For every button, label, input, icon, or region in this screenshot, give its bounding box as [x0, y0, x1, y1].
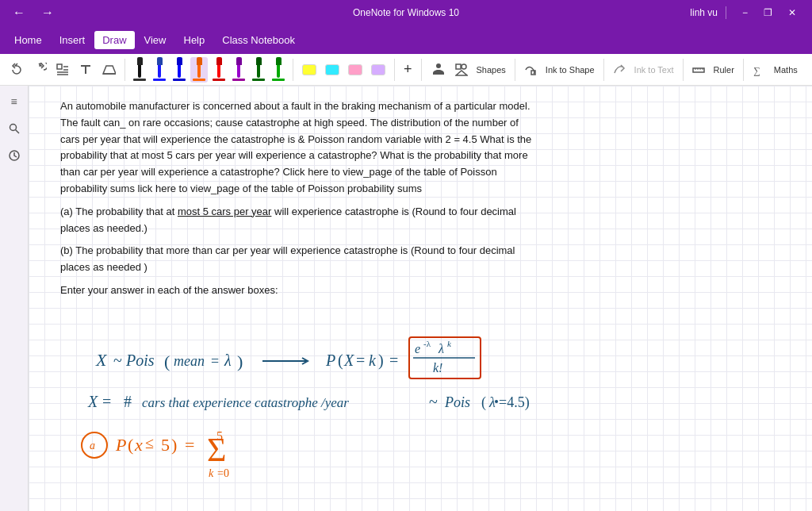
- menu-help[interactable]: Help: [176, 31, 213, 49]
- highlighter-pink[interactable]: [345, 57, 366, 83]
- part-a-underline: most 5 cars per year: [178, 206, 272, 217]
- titlebar-right: linh vu − ❐ ✕: [690, 0, 804, 25]
- svg-text:P: P: [115, 435, 126, 455]
- svg-text:λ: λ: [488, 394, 496, 410]
- window-controls: − ❐ ✕: [734, 0, 804, 25]
- ink-to-text-button[interactable]: [610, 60, 629, 79]
- sidebar-menu-icon[interactable]: ≡: [5, 92, 24, 111]
- svg-point-4: [462, 64, 466, 69]
- sep3: [394, 59, 395, 81]
- sidebar-recent-icon[interactable]: [5, 146, 24, 165]
- svg-line-14: [15, 130, 19, 134]
- svg-text:X: X: [87, 393, 98, 410]
- highlighter-purple[interactable]: [368, 57, 389, 83]
- canvas-area[interactable]: An automobile manufacturer is concerned …: [29, 86, 812, 511]
- ink-to-shape-button[interactable]: [521, 60, 540, 79]
- svg-text:mean: mean: [174, 353, 205, 369]
- back-button[interactable]: ←: [8, 4, 30, 21]
- shapes-label: Shapes: [473, 62, 509, 78]
- svg-text:cars that experience catastrop: cars that experience catastrophe /year: [142, 395, 349, 410]
- maths-button[interactable]: ∑: [749, 60, 768, 79]
- pen-blue[interactable]: [170, 57, 188, 83]
- ruler-label: Ruler: [710, 62, 737, 78]
- svg-text:P: P: [325, 352, 335, 369]
- menubar: Home Insert Draw View Help Class Noteboo…: [0, 25, 812, 54]
- svg-text:5: 5: [216, 429, 223, 443]
- part-a-text: (a) The probability that at most 5 cars …: [60, 204, 536, 237]
- undo-button[interactable]: [6, 60, 27, 80]
- sep1: [124, 59, 125, 81]
- enter-answer-text: Enter your answer in each of the answer …: [60, 282, 536, 299]
- svg-text:λ: λ: [224, 352, 232, 369]
- pen-purple[interactable]: [230, 57, 247, 83]
- highlighter-cyan[interactable]: [322, 57, 343, 83]
- svg-text:=4.5): =4.5): [499, 394, 530, 411]
- svg-text:=: =: [185, 435, 194, 455]
- svg-rect-3: [456, 64, 461, 69]
- svg-text:=: =: [102, 393, 111, 410]
- titlebar-nav: ← →: [8, 4, 59, 21]
- draw-toolbar: + Shapes Ink to Shape Ink to Text Ruler …: [0, 54, 812, 86]
- lasso-button[interactable]: [52, 60, 73, 80]
- menu-view[interactable]: View: [136, 31, 174, 49]
- svg-text:=: =: [211, 353, 219, 369]
- menu-insert[interactable]: Insert: [52, 31, 94, 49]
- svg-text:(: (: [128, 435, 133, 455]
- touch-button[interactable]: [427, 59, 450, 81]
- svg-text:): ): [237, 352, 243, 371]
- part-a-label: (a) The probability that at: [60, 206, 178, 217]
- content-area: An automobile manufacturer is concerned …: [29, 86, 812, 511]
- forward-button[interactable]: →: [36, 4, 59, 21]
- svg-text:x: x: [134, 435, 143, 455]
- sep2: [293, 59, 293, 81]
- pen-black[interactable]: [131, 57, 148, 83]
- sep7: [683, 59, 684, 81]
- svg-text:λ: λ: [438, 342, 444, 355]
- svg-text:(: (: [481, 394, 486, 411]
- redo-button[interactable]: [29, 60, 50, 80]
- sidebar-search-icon[interactable]: [5, 119, 24, 138]
- pen-green[interactable]: [270, 57, 287, 83]
- svg-text:k!: k!: [433, 361, 442, 375]
- svg-text:k: k: [447, 339, 452, 348]
- part-b-text: (b) The probability that more than car p…: [60, 243, 536, 276]
- svg-text:k: k: [369, 352, 377, 369]
- menu-draw[interactable]: Draw: [94, 31, 134, 49]
- titlebar: ← → OneNote for Windows 10 linh vu − ❐ ✕: [0, 0, 812, 25]
- menu-home[interactable]: Home: [6, 31, 50, 49]
- svg-text:~: ~: [113, 352, 122, 369]
- svg-rect-0: [57, 64, 62, 69]
- pen-red[interactable]: [210, 57, 228, 83]
- close-button[interactable]: ✕: [780, 0, 804, 25]
- restore-button[interactable]: ❐: [756, 0, 780, 25]
- eraser-button[interactable]: [98, 60, 119, 80]
- shapes-button[interactable]: [452, 60, 471, 79]
- svg-marker-1: [103, 66, 116, 74]
- ink-to-shape-label: Ink to Shape: [542, 62, 598, 78]
- svg-text:X: X: [95, 350, 108, 370]
- sep6: [603, 59, 604, 81]
- maths-label: Maths: [771, 62, 801, 78]
- pen-orange[interactable]: [190, 57, 208, 83]
- sep4: [421, 59, 422, 81]
- highlighter-yellow[interactable]: [299, 57, 320, 83]
- pen-darkblue[interactable]: [151, 57, 168, 83]
- svg-text:): ): [378, 352, 384, 370]
- svg-text:): ): [171, 435, 177, 455]
- sidebar: ≡: [0, 86, 29, 511]
- svg-text:Pois: Pois: [444, 394, 470, 410]
- minimize-button[interactable]: −: [734, 0, 756, 25]
- ruler-button[interactable]: [689, 60, 708, 79]
- svg-rect-6: [531, 71, 535, 75]
- add-pen-button[interactable]: +: [400, 58, 416, 81]
- svg-point-13: [10, 125, 16, 131]
- handwriting-svg: X ~ Pois ( mean = λ ) P ( X: [72, 328, 730, 490]
- svg-text:(: (: [338, 352, 343, 370]
- menu-class-notebook[interactable]: Class Notebook: [214, 31, 303, 49]
- titlebar-title: OneNote for Windows 10: [353, 7, 459, 18]
- sep8: [743, 59, 744, 81]
- pen-darkgreen[interactable]: [250, 57, 267, 83]
- svg-text:∑: ∑: [753, 65, 760, 76]
- type-text-button[interactable]: [75, 60, 96, 80]
- svg-text:(: (: [164, 352, 170, 371]
